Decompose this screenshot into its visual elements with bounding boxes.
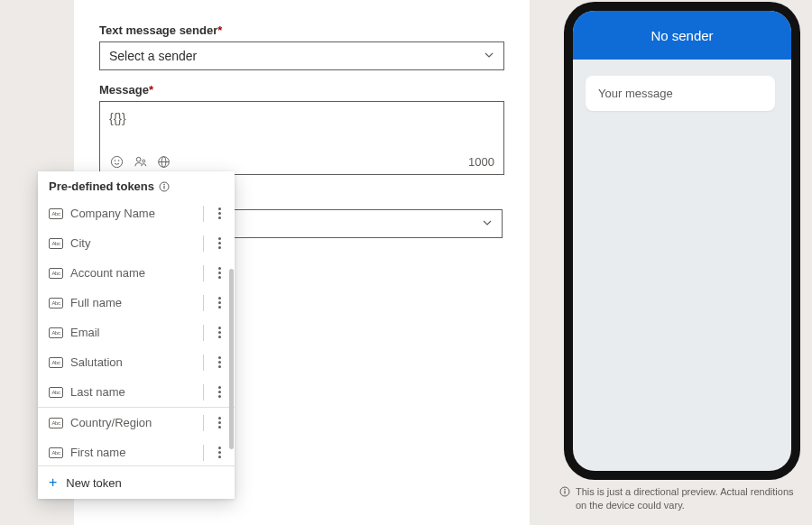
- required-asterisk: *: [217, 23, 222, 37]
- more-icon[interactable]: [213, 417, 226, 428]
- sender-select[interactable]: Select a sender: [99, 41, 504, 70]
- token-item[interactable]: Abc Company Name: [38, 198, 235, 228]
- required-asterisk: *: [149, 83, 153, 97]
- preview-disclaimer: This is just a directional preview. Actu…: [559, 485, 803, 512]
- disclaimer-text: This is just a directional preview. Actu…: [576, 485, 803, 512]
- svg-point-4: [142, 160, 144, 162]
- text-token-icon: Abc: [49, 418, 63, 428]
- token-item[interactable]: Abc Country/Region: [38, 408, 235, 438]
- token-label: Email: [70, 326, 196, 339]
- phone-preview: No sender Your message: [564, 2, 800, 480]
- sender-label: Text message sender*: [99, 23, 504, 37]
- svg-point-3: [136, 157, 141, 161]
- separator: [203, 445, 204, 461]
- sender-label-text: Text message sender: [99, 23, 217, 37]
- token-list: Abc Company Name Abc City Abc Account na…: [38, 198, 235, 467]
- more-icon[interactable]: [213, 447, 226, 458]
- separator: [203, 325, 204, 341]
- svg-rect-13: [564, 491, 565, 494]
- tokens-popover: Pre-defined tokens Abc Company Name Abc …: [38, 171, 235, 499]
- chevron-down-icon: [482, 217, 493, 230]
- separator: [203, 206, 204, 222]
- token-label: First name: [70, 446, 196, 459]
- sender-select-value: Select a sender: [109, 49, 197, 63]
- svg-point-12: [564, 488, 566, 490]
- separator: [203, 235, 204, 252]
- text-token-icon: Abc: [49, 268, 63, 279]
- svg-point-9: [163, 183, 165, 185]
- more-icon[interactable]: [213, 386, 226, 398]
- message-toolbar: 1000: [109, 154, 494, 169]
- svg-point-2: [117, 160, 119, 161]
- token-label: Salutation: [70, 355, 196, 369]
- separator: [203, 265, 204, 281]
- token-item[interactable]: Abc Email: [38, 318, 235, 347]
- bubble-text: Your message: [598, 87, 673, 100]
- text-token-icon: Abc: [49, 238, 63, 249]
- phone-screen: No sender Your message: [573, 11, 791, 471]
- message-content[interactable]: {{}}: [109, 111, 494, 140]
- separator: [203, 355, 204, 371]
- token-label: City: [70, 236, 196, 250]
- message-bubble: Your message: [586, 76, 775, 111]
- token-item[interactable]: Abc City: [38, 228, 235, 258]
- text-token-icon: Abc: [49, 298, 63, 309]
- scrollbar-thumb[interactable]: [229, 269, 234, 449]
- toolbar-icons: [109, 154, 171, 169]
- emoji-icon[interactable]: [109, 154, 124, 169]
- more-icon[interactable]: [213, 356, 226, 368]
- more-icon[interactable]: [213, 237, 226, 249]
- token-item[interactable]: Abc First name: [38, 438, 235, 467]
- tokens-header: Pre-defined tokens: [38, 171, 235, 198]
- personalization-icon[interactable]: [133, 154, 147, 169]
- token-list-wrap: Abc Company Name Abc City Abc Account na…: [38, 198, 235, 465]
- token-label: Country/Region: [70, 416, 196, 429]
- tokens-header-text: Pre-defined tokens: [49, 180, 154, 193]
- token-label: Full name: [70, 296, 196, 309]
- token-item[interactable]: Abc Full name: [38, 288, 235, 318]
- char-count: 1000: [468, 155, 494, 169]
- new-token-button[interactable]: + New token: [38, 465, 235, 499]
- globe-icon[interactable]: [156, 154, 171, 169]
- more-icon[interactable]: [213, 297, 226, 309]
- more-icon[interactable]: [213, 267, 226, 279]
- message-label-text: Message: [99, 83, 149, 97]
- phone-header-text: No sender: [651, 28, 713, 43]
- message-label: Message*: [99, 83, 504, 97]
- token-item[interactable]: Abc Last name: [38, 377, 235, 407]
- new-token-label: New token: [66, 476, 121, 490]
- separator: [203, 415, 204, 431]
- chevron-down-icon: [484, 50, 494, 62]
- token-label: Account name: [70, 266, 196, 280]
- svg-point-1: [114, 160, 115, 161]
- svg-point-0: [111, 156, 122, 167]
- text-token-icon: Abc: [49, 208, 63, 219]
- token-label: Last name: [70, 385, 196, 399]
- svg-rect-10: [163, 186, 164, 189]
- token-label: Company Name: [70, 207, 196, 220]
- more-icon[interactable]: [213, 207, 226, 219]
- phone-body: Your message: [573, 60, 791, 127]
- info-icon: [559, 485, 570, 497]
- more-icon[interactable]: [213, 327, 226, 338]
- token-item[interactable]: Abc Account name: [38, 258, 235, 288]
- text-token-icon: Abc: [49, 447, 63, 458]
- phone-header: No sender: [573, 11, 791, 60]
- separator: [203, 384, 204, 401]
- message-field[interactable]: {{}} 1000: [99, 101, 504, 175]
- text-token-icon: Abc: [49, 387, 63, 398]
- plus-icon: +: [49, 475, 57, 490]
- text-token-icon: Abc: [49, 357, 63, 368]
- separator: [203, 295, 204, 311]
- token-item[interactable]: Abc Salutation: [38, 347, 235, 377]
- text-token-icon: Abc: [49, 327, 63, 338]
- info-icon[interactable]: [158, 180, 170, 192]
